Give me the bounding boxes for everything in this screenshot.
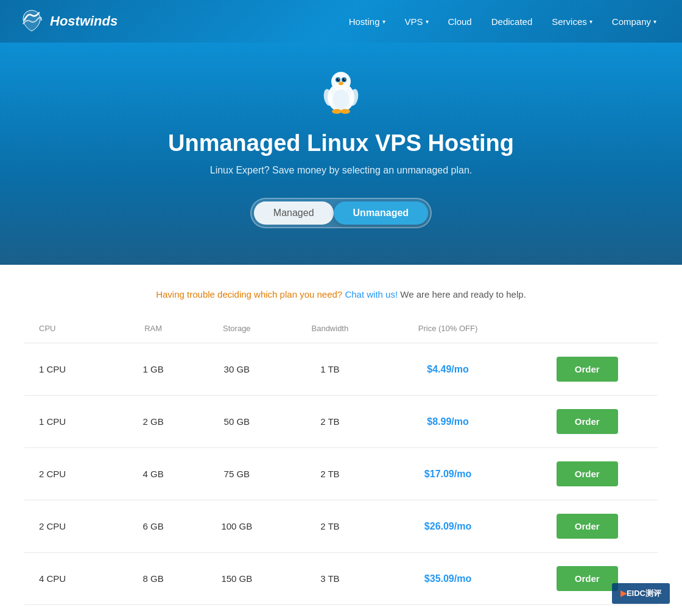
cell-storage: 30 GB [193,343,281,396]
cell-storage: 50 GB [193,396,281,448]
order-button[interactable]: Order [557,409,618,434]
cell-cpu: 2 CPU [24,448,114,500]
table-header-row: CPU RAM Storage Bandwidth Price (10% OFF… [24,318,658,343]
cell-ram: 4 GB [114,448,193,500]
chevron-down-icon: ▾ [426,18,429,25]
cell-storage: 75 GB [193,448,281,500]
nav-cloud[interactable]: Cloud [441,12,479,32]
help-text-orange: Having trouble deciding which plan you n… [156,289,342,299]
cell-ram: 12 GB [114,605,193,617]
penguin-icon [317,67,365,116]
cell-bandwidth: 2 TB [281,448,379,500]
table-row: 4 CPU 12 GB 200 GB 4 TB $44.99/mo Order [24,605,658,617]
nav-hosting[interactable]: Hosting ▾ [342,12,393,32]
table-row: 4 CPU 8 GB 150 GB 3 TB $35.09/mo Order [24,553,658,605]
hero-section: Unmanaged Linux VPS Hosting Linux Expert… [0,43,682,265]
main-content: Having trouble deciding which plan you n… [0,265,682,616]
col-header-storage: Storage [193,318,281,343]
table-body: 1 CPU 1 GB 30 GB 1 TB $4.49/mo Order 1 C… [24,343,658,617]
table-row: 1 CPU 2 GB 50 GB 2 TB $8.99/mo Order [24,396,658,448]
cell-cpu: 2 CPU [24,500,114,553]
order-button[interactable]: Order [557,461,618,486]
cell-action: Order [516,448,658,500]
table-row: 1 CPU 1 GB 30 GB 1 TB $4.49/mo Order [24,343,658,396]
cell-storage: 200 GB [193,605,281,617]
cell-price: $44.99/mo [379,605,517,617]
watermark-prefix: ▶ [620,589,627,598]
cell-action: Order [516,500,658,553]
help-text: Having trouble deciding which plan you n… [24,289,658,299]
hero-subtitle: Linux Expert? Save money by selecting an… [12,165,670,176]
unmanaged-toggle-button[interactable]: Unmanaged [334,201,429,225]
cell-bandwidth: 4 TB [281,605,379,617]
cell-price: $8.99/mo [379,396,517,448]
cell-price: $35.09/mo [379,553,517,605]
main-nav: Hosting ▾ VPS ▾ Cloud Dedicated Services… [342,12,664,32]
cell-bandwidth: 2 TB [281,500,379,553]
cell-ram: 6 GB [114,500,193,553]
site-header: Hostwinds Hosting ▾ VPS ▾ Cloud Dedicate… [0,0,682,43]
svg-point-6 [338,79,339,80]
svg-point-7 [344,79,345,80]
logo-text: Hostwinds [50,13,118,29]
col-header-bandwidth: Bandwidth [281,318,379,343]
cell-bandwidth: 3 TB [281,553,379,605]
svg-point-12 [332,109,342,114]
nav-dedicated[interactable]: Dedicated [484,12,540,32]
order-button[interactable]: Order [557,514,618,539]
col-header-price: Price (10% OFF) [379,318,517,343]
svg-point-8 [339,82,343,85]
nav-company[interactable]: Company ▾ [605,12,664,32]
chevron-down-icon: ▾ [653,18,656,25]
chat-link[interactable]: Chat with us! [345,289,398,299]
cell-storage: 100 GB [193,500,281,553]
cell-cpu: 1 CPU [24,343,114,396]
table-header: CPU RAM Storage Bandwidth Price (10% OFF… [24,318,658,343]
col-header-ram: RAM [114,318,193,343]
cell-bandwidth: 1 TB [281,343,379,396]
logo-icon [18,8,45,35]
cell-price: $17.09/mo [379,448,517,500]
order-button[interactable]: Order [557,357,618,382]
managed-toggle-button[interactable]: Managed [254,201,334,225]
nav-vps[interactable]: VPS ▾ [398,12,436,32]
table-row: 2 CPU 6 GB 100 GB 2 TB $26.09/mo Order [24,500,658,553]
cell-cpu: 4 CPU [24,553,114,605]
toggle-pill: Managed Unmanaged [250,198,432,228]
cell-action: Order [516,605,658,617]
cell-action: Order [516,396,658,448]
col-header-action [516,318,658,343]
help-text-gray: We are here and ready to help. [400,289,526,299]
plan-toggle: Managed Unmanaged [12,198,670,228]
cell-price: $4.49/mo [379,343,517,396]
cell-ram: 2 GB [114,396,193,448]
cell-action: Order [516,343,658,396]
svg-point-9 [333,89,349,109]
cell-ram: 8 GB [114,553,193,605]
nav-services[interactable]: Services ▾ [544,12,600,32]
logo-link[interactable]: Hostwinds [18,8,118,35]
chevron-down-icon: ▾ [382,18,385,25]
cell-ram: 1 GB [114,343,193,396]
cell-storage: 150 GB [193,553,281,605]
cell-cpu: 1 CPU [24,396,114,448]
col-header-cpu: CPU [24,318,114,343]
hero-title: Unmanaged Linux VPS Hosting [12,130,670,156]
table-row: 2 CPU 4 GB 75 GB 2 TB $17.09/mo Order [24,448,658,500]
chevron-down-icon: ▾ [589,18,592,25]
watermark: ▶EIDC测评 [612,583,670,604]
plans-table: CPU RAM Storage Bandwidth Price (10% OFF… [24,318,658,616]
svg-point-13 [340,109,350,114]
order-button[interactable]: Order [557,566,618,591]
cell-price: $26.09/mo [379,500,517,553]
cell-bandwidth: 2 TB [281,396,379,448]
cell-cpu: 4 CPU [24,605,114,617]
